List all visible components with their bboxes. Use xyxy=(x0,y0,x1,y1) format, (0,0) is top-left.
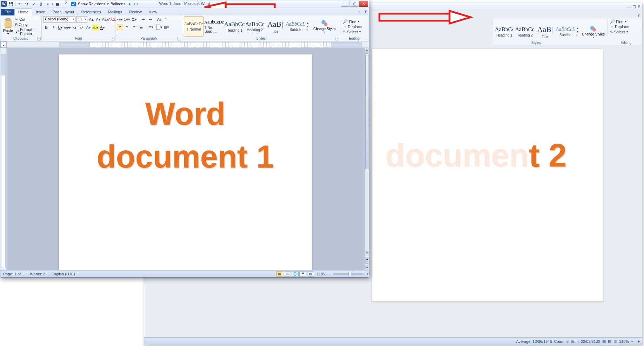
view-outline[interactable]: ≣ xyxy=(299,271,306,277)
styles-dialog-launcher[interactable]: ↘ xyxy=(336,37,339,40)
next-page-icon[interactable]: ▼ xyxy=(365,266,369,269)
style-title-2[interactable]: AaB| Title xyxy=(535,22,555,42)
numbering-icon[interactable]: 1≡▾ xyxy=(124,16,130,22)
shrink-font-icon[interactable]: A▾ xyxy=(95,17,101,23)
clear-format-icon[interactable]: A⌫ xyxy=(109,17,115,23)
style-heading2-2[interactable]: AaBbCc Heading 2 xyxy=(515,22,535,42)
replace-button[interactable]: ↔ Replace xyxy=(343,25,362,29)
tab-file[interactable]: File xyxy=(1,9,14,15)
subscript-icon[interactable]: x₂ xyxy=(71,24,78,31)
zoom-out-2[interactable]: − xyxy=(631,339,633,344)
help-icon-2[interactable]: ? xyxy=(637,13,640,17)
zoom-slider-1[interactable] xyxy=(333,273,365,275)
align-center-icon[interactable]: ≡ xyxy=(124,24,130,30)
change-case-icon[interactable]: Aa▾ xyxy=(102,17,108,23)
view-draft[interactable]: ▤ xyxy=(307,271,314,277)
font-color-icon[interactable]: A▾ xyxy=(99,24,106,31)
styles-more-2[interactable]: ▾ xyxy=(576,34,579,37)
view-print-layout[interactable]: ▦ xyxy=(276,271,283,277)
tab-selector[interactable]: L xyxy=(0,41,7,48)
tab-home[interactable]: Home xyxy=(14,8,32,15)
browse-object-icon[interactable]: ○ xyxy=(365,261,369,265)
font-dialog-launcher[interactable]: ↘ xyxy=(111,37,114,40)
copy-button[interactable]: ⎘ Copy xyxy=(15,22,40,27)
format-painter-button[interactable]: 🖌 Format Painter xyxy=(15,27,40,36)
document-page-2[interactable]: document 2 xyxy=(372,49,603,302)
strike-icon[interactable]: abc xyxy=(64,24,71,31)
minimize-button-1[interactable]: — xyxy=(341,1,350,7)
scroll-up-icon[interactable]: ▲ xyxy=(365,48,369,53)
view-full-screen[interactable]: ▭ xyxy=(284,271,291,277)
horizontal-ruler[interactable]: L xyxy=(0,41,369,48)
clipboard-dialog-launcher[interactable]: ↘ xyxy=(37,37,41,40)
style-normal[interactable]: AaBbCcDc ¶ Normal xyxy=(184,16,204,37)
prev-page-icon[interactable]: ▲ xyxy=(365,257,369,261)
tab-page-layout[interactable]: Page Layout xyxy=(49,9,78,15)
sort-icon[interactable]: A↓ xyxy=(156,16,162,22)
zoom-level-1[interactable]: 110% xyxy=(317,272,326,276)
bold-icon[interactable]: B xyxy=(43,24,49,31)
view-web-layout[interactable]: 🌐 xyxy=(292,271,299,277)
style-title[interactable]: AaB| Title xyxy=(265,16,285,37)
bullets-icon[interactable]: •≡▾ xyxy=(117,16,123,22)
zoom-in-2[interactable]: + xyxy=(638,339,640,344)
paragraph-dialog-launcher[interactable]: ↘ xyxy=(178,37,181,40)
status-page[interactable]: Page: 1 of 1 xyxy=(0,270,27,277)
superscript-icon[interactable]: x² xyxy=(78,24,85,31)
styles-scroll-down[interactable]: ▼ xyxy=(306,25,309,28)
style-no-spacing[interactable]: AaBbCcDc ¶ No Spaci… xyxy=(204,16,224,37)
style-subtitle-2[interactable]: AaBbCcL Subtitle xyxy=(556,22,575,42)
status-language[interactable]: English (U.K.) xyxy=(48,270,78,277)
tab-review[interactable]: Review xyxy=(126,9,145,15)
highlight-icon[interactable]: ab▾ xyxy=(92,24,99,31)
line-spacing-icon[interactable]: ↕≡▾ xyxy=(147,24,153,30)
status-words[interactable]: Words: 3 xyxy=(27,270,48,277)
text-effects-icon[interactable]: A▾ xyxy=(85,24,92,31)
maximize-button-1[interactable]: ▢ xyxy=(350,1,359,7)
tab-references[interactable]: References xyxy=(78,9,104,15)
styles-scroll-up[interactable]: ▲ xyxy=(306,21,309,25)
view-layout-2[interactable]: ▤ xyxy=(608,339,611,344)
tab-insert[interactable]: Insert xyxy=(32,9,49,15)
zoom-in-1[interactable]: + xyxy=(367,272,369,276)
font-name-combo[interactable]: Calibri (Body)▾ xyxy=(43,16,75,23)
styles-scroll-up-2[interactable]: ▲ xyxy=(576,27,579,30)
change-styles-button[interactable]: Change Styles ▼ xyxy=(312,19,338,34)
borders-icon[interactable]: ▦▾ xyxy=(163,24,170,30)
tab-mailings[interactable]: Mailings xyxy=(105,9,126,15)
style-subtitle[interactable]: AaBbCcL Subtitle xyxy=(286,16,305,37)
help-icon-1[interactable]: ? xyxy=(364,9,367,13)
titlebar-1[interactable]: W 💾 ↶ ↷ ✔ ⎙ ▫ ▾ ▦ ¶ Show Revisions in Ba… xyxy=(0,0,369,8)
select-button[interactable]: ↖ Select▼ xyxy=(343,30,362,34)
find-button[interactable]: 🔎 Find▼ xyxy=(343,19,362,24)
cut-button[interactable]: ✂ Cut xyxy=(15,17,40,22)
indent-icon[interactable]: ⇥ xyxy=(147,16,153,22)
find-button-2[interactable]: 🔎 Find ▼ xyxy=(610,19,629,24)
align-left-icon[interactable]: ≡ xyxy=(117,24,123,30)
justify-icon[interactable]: ≣ xyxy=(138,24,144,30)
minimize-button-2[interactable]: — xyxy=(627,5,631,9)
underline-icon[interactable]: U▾ xyxy=(57,24,64,31)
show-marks-icon[interactable]: ¶ xyxy=(163,16,170,22)
maximize-button-2[interactable]: ▢ xyxy=(632,4,636,9)
font-size-combo[interactable]: 11▾ xyxy=(76,16,87,23)
outdent-icon[interactable]: ⇤ xyxy=(140,16,146,22)
styles-gallery-more[interactable]: ▾ xyxy=(306,28,309,32)
change-styles-2[interactable]: Change Styles ▼ xyxy=(580,25,606,39)
zoom-out-1[interactable]: − xyxy=(328,272,331,276)
tab-view[interactable]: View xyxy=(145,9,161,15)
vertical-ruler[interactable] xyxy=(0,48,7,270)
shading-icon[interactable]: ▾ xyxy=(156,24,162,30)
style-heading1[interactable]: AaBbCc Heading 1 xyxy=(225,16,244,37)
view-break-2[interactable]: ▥ xyxy=(613,339,617,344)
vertical-scrollbar[interactable]: ▲ ▼ ▲ ○ ▼ xyxy=(365,48,369,270)
scroll-down-icon[interactable]: ▼ xyxy=(365,251,369,256)
paste-button[interactable]: Paste▼ xyxy=(2,17,14,36)
ribbon-minimize-icon[interactable]: ^ xyxy=(358,10,360,14)
document-area-1[interactable]: Word document 1 xyxy=(7,48,365,270)
multilevel-icon[interactable]: ≣▾ xyxy=(131,16,137,22)
document-page-1[interactable]: Word document 1 xyxy=(59,54,312,270)
zoom-level-2[interactable]: 110% xyxy=(619,339,629,344)
align-right-icon[interactable]: ≡ xyxy=(131,24,137,30)
style-heading1-2[interactable]: AaBbC‹ Heading 1 xyxy=(494,22,514,42)
